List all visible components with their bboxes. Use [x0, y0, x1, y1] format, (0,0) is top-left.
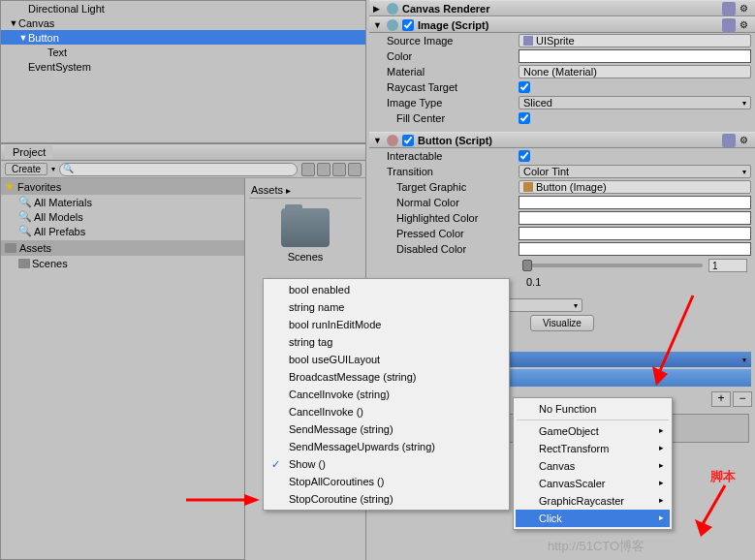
methods-context-menu: bool enabledstring namebool runInEditMod… [263, 278, 510, 511]
gear-icon[interactable]: ⚙ [739, 19, 751, 31]
component-icon [387, 135, 398, 146]
project-tree: ★ Favorites 🔍All Materials🔍All Models🔍Al… [1, 178, 245, 560]
fold-icon[interactable]: ▼ [373, 136, 383, 145]
fillcenter-checkbox[interactable] [519, 112, 530, 124]
method-menu-item[interactable]: SendMessageUpwards (string) [266, 438, 507, 455]
method-menu-item[interactable]: bool runInEditMode [266, 316, 507, 333]
method-menu-item[interactable]: ✓Show () [266, 455, 507, 473]
component-enabled-checkbox[interactable] [402, 19, 414, 31]
project-tab[interactable]: Project [5, 145, 53, 159]
project-tab-header: Project [1, 144, 365, 161]
method-menu-item[interactable]: CancelInvoke (string) [266, 386, 507, 403]
image-type-dropdown[interactable]: Sliced [519, 96, 751, 109]
search-icon: 🔍 [18, 225, 32, 237]
project-toolbar: Create ▾ [1, 161, 365, 178]
hierarchy-item[interactable]: Text [1, 45, 365, 59]
star-icon: ★ [5, 180, 15, 193]
component-menu-item[interactable]: GraphicRaycaster▸ [516, 492, 670, 510]
create-button[interactable]: Create [5, 163, 47, 175]
component-context-menu: No FunctionGameObject▸RectTransform▸Canv… [513, 397, 673, 530]
component-icon [387, 19, 398, 31]
target-graphic-field[interactable]: Button (Image) [519, 180, 751, 194]
remove-event-button[interactable]: − [733, 391, 752, 407]
hierarchy-item[interactable]: Directional Light [1, 1, 365, 16]
transition-dropdown[interactable]: Color Tint [519, 165, 751, 178]
hierarchy-panel: Directional Light▼Canvas▼ButtonTextEvent… [0, 0, 366, 143]
fold-icon[interactable]: ▶ [373, 4, 383, 14]
color-field[interactable] [519, 49, 751, 63]
method-menu-item[interactable]: StopAllCoroutines () [266, 473, 507, 490]
search-icon: 🔍 [18, 196, 32, 208]
method-menu-item[interactable]: SendMessage (string) [266, 420, 507, 438]
help-icon[interactable] [722, 134, 736, 147]
folder-item-scenes[interactable]: Scenes [271, 208, 339, 263]
raycast-checkbox[interactable] [519, 81, 530, 93]
component-icon [387, 3, 398, 15]
sprite-icon [523, 36, 533, 46]
slider-value-input[interactable] [708, 259, 747, 272]
project-filter-icons [301, 163, 362, 176]
pressed-color-field[interactable] [519, 227, 751, 240]
hierarchy-item[interactable]: EventSystem [1, 59, 365, 74]
interactable-checkbox[interactable] [519, 150, 530, 162]
component-button[interactable]: ▼ Button (Script) ⚙ [369, 132, 755, 148]
component-menu-item[interactable]: CanvasScaler▸ [516, 475, 670, 492]
component-menu-item[interactable]: RectTransform▸ [516, 440, 670, 457]
gear-icon[interactable]: ⚙ [739, 135, 751, 146]
hierarchy-tree: Directional Light▼Canvas▼ButtonTextEvent… [1, 1, 365, 74]
hierarchy-item[interactable]: ▼Canvas [1, 16, 365, 30]
disabled-color-field[interactable] [519, 242, 751, 256]
method-menu-item[interactable]: bool useGUILayout [266, 351, 507, 368]
filter-icon[interactable] [348, 163, 362, 176]
favorite-item[interactable]: 🔍All Models [1, 209, 244, 224]
filter-icon[interactable] [301, 163, 315, 176]
color-multiplier-slider[interactable] [522, 264, 703, 267]
folder-icon [281, 208, 330, 247]
favorite-item[interactable]: 🔍All Materials [1, 195, 244, 209]
add-event-button[interactable]: + [711, 391, 731, 407]
method-menu-item[interactable]: string tag [266, 333, 507, 351]
visualize-button[interactable]: Visualize [530, 315, 594, 331]
image-icon [523, 182, 533, 192]
asset-tree-item[interactable]: Scenes [1, 256, 244, 270]
help-icon[interactable] [722, 2, 736, 16]
search-icon: 🔍 [18, 210, 32, 223]
component-enabled-checkbox[interactable] [402, 135, 414, 146]
folder-icon [5, 243, 16, 253]
filter-icon[interactable] [332, 163, 346, 176]
folder-icon [18, 259, 30, 268]
component-canvas-renderer[interactable]: ▶ Canvas Renderer ⚙ [369, 0, 755, 16]
annotation-script: 脚本 [710, 468, 736, 485]
method-menu-item[interactable]: CancelInvoke () [266, 403, 507, 420]
assets-header[interactable]: Assets [1, 240, 244, 256]
component-image[interactable]: ▼ Image (Script) ⚙ [369, 16, 755, 33]
fold-icon[interactable]: ▼ [373, 20, 383, 30]
watermark: http://51CTO博客 [548, 538, 645, 555]
project-search-input[interactable] [59, 163, 298, 176]
method-menu-item[interactable]: string name [266, 298, 507, 316]
help-icon[interactable] [722, 18, 736, 32]
method-menu-item[interactable]: StopCoroutine (string) [266, 490, 507, 508]
create-dropdown-icon[interactable]: ▾ [51, 165, 55, 173]
component-menu-item[interactable]: GameObject▸ [516, 422, 670, 440]
favorite-item[interactable]: 🔍All Prefabs [1, 224, 244, 238]
favorites-header[interactable]: ★ Favorites [1, 178, 244, 195]
normal-color-field[interactable] [519, 196, 751, 209]
highlighted-color-field[interactable] [519, 211, 751, 225]
method-menu-item[interactable]: BroadcastMessage (string) [266, 368, 507, 386]
assets-breadcrumb[interactable]: Assets ▸ [249, 182, 362, 199]
gear-icon[interactable]: ⚙ [739, 3, 751, 15]
filter-icon[interactable] [317, 163, 330, 176]
hierarchy-item[interactable]: ▼Button [1, 30, 365, 45]
method-menu-item[interactable]: bool enabled [266, 281, 507, 298]
component-menu-item[interactable]: No Function [516, 400, 670, 418]
component-menu-item[interactable]: Canvas▸ [516, 457, 670, 475]
source-image-field[interactable]: UISprite [519, 34, 751, 47]
component-menu-item[interactable]: Click▸ [516, 510, 670, 527]
material-field[interactable]: None (Material) [519, 65, 751, 78]
